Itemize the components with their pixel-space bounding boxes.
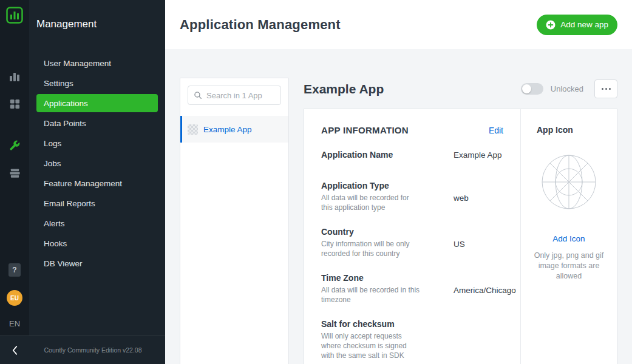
sidebar: ? EU EN Management User Management Setti… <box>0 0 165 364</box>
sidebar-item-label: Alerts <box>44 219 65 228</box>
add-icon-link[interactable]: Add Icon <box>529 234 608 243</box>
management-wrench-icon[interactable] <box>8 139 21 152</box>
sidebar-item-user-management[interactable]: User Management <box>36 54 158 72</box>
sidebar-item-feature-management[interactable]: Feature Management <box>36 174 158 192</box>
sidebar-item-label: Applications <box>44 99 88 108</box>
page-header: Application Management Add new app <box>165 0 632 49</box>
bar-chart-icon[interactable] <box>8 70 21 83</box>
avatar-initials: EU <box>10 295 19 302</box>
help-glyph: ? <box>12 266 16 274</box>
apps-list-panel: Example App <box>180 78 289 364</box>
sidebar-item-label: Logs <box>44 139 61 148</box>
app-icon-title: App Icon <box>529 125 608 135</box>
sidebar-item-logs[interactable]: Logs <box>36 134 158 152</box>
sidebar-main: ? EU EN Management User Management Setti… <box>0 0 165 335</box>
version-label: Countly Community Edition v22.08 <box>29 346 165 354</box>
info-row-value: America/Chicago <box>454 273 516 305</box>
sidebar-nav: User Management Settings Applications Da… <box>29 52 165 274</box>
sidebar-item-label: Data Points <box>44 119 86 128</box>
edit-link[interactable]: Edit <box>489 126 503 135</box>
lock-toggle[interactable] <box>521 83 543 95</box>
sidebar-item-applications[interactable]: Applications <box>36 94 158 112</box>
app-detail-title: Example App <box>304 82 521 96</box>
plus-circle-icon <box>546 20 556 30</box>
sidebar-section-title: Management <box>29 18 165 30</box>
detail-header: Example App Unlocked <box>304 79 617 98</box>
sidebar-item-db-viewer[interactable]: DB Viewer <box>36 254 158 272</box>
info-row-time-zone: Time Zone All data will be recorded in t… <box>321 273 503 305</box>
add-new-app-label: Add new app <box>560 20 608 29</box>
icon-format-hint: Only jpg, png and gif image formats are … <box>529 251 608 281</box>
info-row-label: Application Type <box>321 181 439 190</box>
icon-rail: ? EU EN <box>0 0 29 335</box>
info-row-value: Example App <box>454 150 502 163</box>
info-row-label: Salt for checksum <box>321 319 439 329</box>
more-options-button[interactable] <box>594 79 617 98</box>
lock-toggle-label: Unlocked <box>551 84 583 93</box>
sidebar-item-label: Email Reports <box>44 199 95 208</box>
info-row-label: Application Name <box>321 150 439 160</box>
app-information-section: APP INFORMATION Edit Application Name Ex… <box>304 109 521 364</box>
rail-bottom: ? EU EN <box>7 263 22 328</box>
info-row-application-type: Application Type All data will be record… <box>321 181 503 213</box>
collapse-sidebar-icon[interactable] <box>0 346 29 355</box>
data-stack-icon[interactable] <box>8 166 21 180</box>
user-avatar[interactable]: EU <box>7 290 22 306</box>
app-detail: Example App Unlocked APP <box>304 78 617 364</box>
sidebar-item-label: DB Viewer <box>44 259 83 268</box>
sidebar-item-label: Feature Management <box>44 179 122 188</box>
app-search <box>188 86 281 105</box>
info-row-salt-for-checksum: Salt for checksum Will only accept reque… <box>321 319 503 361</box>
application-window: ? EU EN Management User Management Setti… <box>0 0 632 364</box>
sidebar-menu: Management User Management Settings Appl… <box>29 0 165 335</box>
app-information-title: APP INFORMATION <box>321 125 409 135</box>
sidebar-item-jobs[interactable]: Jobs <box>36 154 158 172</box>
info-row-application-name: Application Name Example App <box>321 150 503 163</box>
add-new-app-button[interactable]: Add new app <box>537 15 617 35</box>
info-row-description: All data will be recorded for this appli… <box>321 194 421 213</box>
sidebar-item-label: Hooks <box>44 239 67 248</box>
info-row-label: Time Zone <box>321 273 439 283</box>
app-icon-placeholder <box>541 154 597 210</box>
info-row-value: US <box>454 227 465 259</box>
sidebar-footer: Countly Community Edition v22.08 <box>0 335 165 364</box>
help-icon[interactable]: ? <box>8 263 21 277</box>
main-area: Application Management Add new app <box>165 0 632 364</box>
sidebar-item-email-reports[interactable]: Email Reports <box>36 194 158 212</box>
app-list-item-name: Example App <box>203 125 252 134</box>
app-information-header: APP INFORMATION Edit <box>321 125 503 135</box>
info-row-description: All data will be recorded in this timezo… <box>321 286 421 305</box>
sidebar-item-alerts[interactable]: Alerts <box>36 214 158 232</box>
rail-nav <box>8 70 21 180</box>
lock-toggle-knob <box>522 84 531 93</box>
sidebar-item-settings[interactable]: Settings <box>36 74 158 92</box>
info-row-label: Country <box>321 227 439 237</box>
sidebar-item-data-points[interactable]: Data Points <box>36 114 158 132</box>
search-input[interactable] <box>206 91 275 100</box>
sidebar-item-label: Jobs <box>44 159 61 168</box>
sidebar-item-label: User Management <box>44 59 111 68</box>
info-row-description: Will only accept requests where checksum… <box>321 332 421 361</box>
app-thumbnail-icon <box>188 124 198 135</box>
content-area: Example App Example App Unlocked <box>165 49 632 364</box>
app-list-item[interactable]: Example App <box>180 116 288 143</box>
search-icon <box>194 91 202 99</box>
page-title: Application Management <box>180 17 341 33</box>
sidebar-item-hooks[interactable]: Hooks <box>36 234 158 252</box>
info-row-value: web <box>454 181 469 213</box>
app-icon-section: App Icon <box>521 109 617 364</box>
language-selector[interactable]: EN <box>9 319 20 328</box>
countly-logo-icon[interactable] <box>6 7 23 24</box>
dashboard-grid-icon[interactable] <box>8 97 21 110</box>
more-options-icon <box>602 88 603 90</box>
info-row-description: City information will be only recorded f… <box>321 240 421 259</box>
app-detail-card: APP INFORMATION Edit Application Name Ex… <box>304 109 617 364</box>
sidebar-item-label: Settings <box>44 79 73 88</box>
info-row-country: Country City information will be only re… <box>321 227 503 259</box>
